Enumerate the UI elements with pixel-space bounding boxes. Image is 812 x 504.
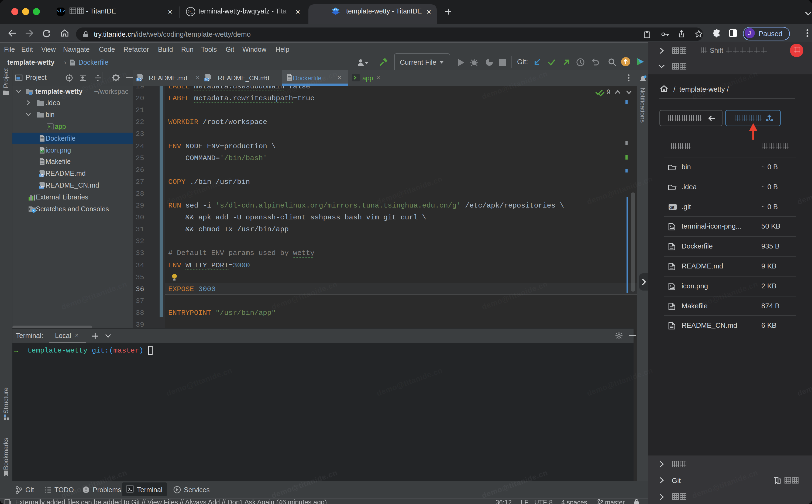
svg-text:MD: MD bbox=[137, 78, 142, 81]
svg-text:MD: MD bbox=[205, 78, 209, 81]
svg-text:git: git bbox=[669, 205, 674, 209]
svg-text:MD: MD bbox=[39, 174, 44, 177]
svg-text:MD: MD bbox=[39, 186, 44, 189]
